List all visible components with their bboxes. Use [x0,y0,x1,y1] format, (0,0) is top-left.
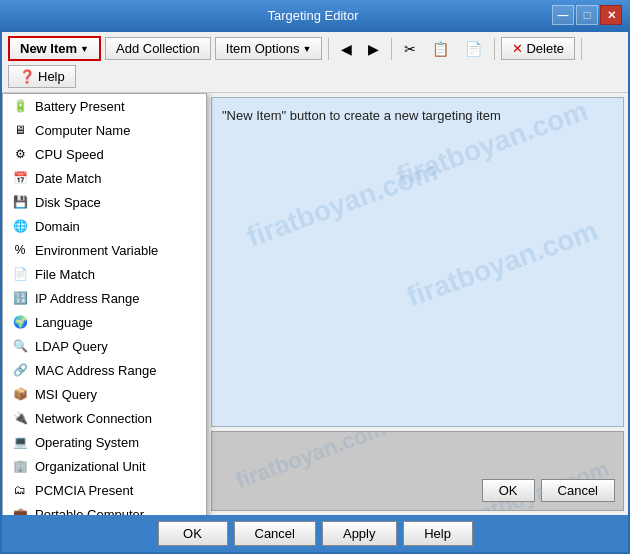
menu-item-date-match[interactable]: 📅Date Match [3,166,206,190]
menu-item-organizational-unit[interactable]: 🏢Organizational Unit [3,454,206,478]
paste-button[interactable]: 📄 [459,37,488,61]
item-options-arrow: ▼ [303,44,312,54]
title-bar: Targeting Editor — □ ✕ [0,0,630,30]
copy-button[interactable]: 📋 [426,37,455,61]
menu-item-label-disk-space: Disk Space [35,195,101,210]
menu-item-icon-file-match: 📄 [11,265,29,283]
menu-item-portable-computer[interactable]: 💼Portable Computer [3,502,206,515]
menu-item-icon-domain: 🌐 [11,217,29,235]
menu-item-icon-network-connection: 🔌 [11,409,29,427]
menu-item-icon-battery-present: 🔋 [11,97,29,115]
help-button[interactable]: ❓ Help [8,65,76,88]
new-item-arrow: ▼ [80,44,89,54]
menu-item-pcmcia-present[interactable]: 🗂PCMCIA Present [3,478,206,502]
help-icon: ❓ [19,69,35,84]
menu-item-file-match[interactable]: 📄File Match [3,262,206,286]
dialog-ok-button[interactable]: OK [482,479,535,502]
main-window: New Item ▼ Add Collection Item Options ▼… [0,30,630,554]
menu-item-icon-language: 🌍 [11,313,29,331]
menu-item-label-ip-address-range: IP Address Range [35,291,140,306]
help-bottom-button[interactable]: Help [403,521,473,546]
menu-item-ip-address-range[interactable]: 🔢IP Address Range [3,286,206,310]
menu-item-mac-address-range[interactable]: 🔗MAC Address Range [3,358,206,382]
menu-item-icon-date-match: 📅 [11,169,29,187]
delete-button[interactable]: ✕ Delete [501,37,575,60]
help-label: Help [38,69,65,84]
watermark-3: firatboyan.com [403,215,603,314]
item-options-button[interactable]: Item Options ▼ [215,37,323,60]
minimize-button[interactable]: — [552,5,574,25]
menu-item-label-ldap-query: LDAP Query [35,339,108,354]
toolbar-separator-3 [494,38,495,60]
menu-item-label-msi-query: MSI Query [35,387,97,402]
forward-button[interactable]: ▶ [362,37,385,61]
menu-item-label-pcmcia-present: PCMCIA Present [35,483,133,498]
watermark-4: firatboyan.com [232,431,389,494]
menu-item-computer-name[interactable]: 🖥Computer Name [3,118,206,142]
maximize-button[interactable]: □ [576,5,598,25]
toolbar-separator-4 [581,38,582,60]
menu-item-label-network-connection: Network Connection [35,411,152,426]
info-area: "New Item" button to create a new target… [211,97,624,427]
apply-button[interactable]: Apply [322,521,397,546]
menu-item-label-mac-address-range: MAC Address Range [35,363,156,378]
menu-item-label-operating-system: Operating System [35,435,139,450]
menu-item-label-language: Language [35,315,93,330]
menu-item-icon-cpu-speed: ⚙ [11,145,29,163]
window-title: Targeting Editor [74,8,552,23]
new-item-button[interactable]: New Item ▼ [8,36,101,61]
cancel-button[interactable]: Cancel [234,521,316,546]
menu-item-network-connection[interactable]: 🔌Network Connection [3,406,206,430]
menu-item-icon-pcmcia-present: 🗂 [11,481,29,499]
new-item-dropdown: 🔋Battery Present🖥Computer Name⚙CPU Speed… [2,93,207,515]
new-item-label: New Item [20,41,77,56]
menu-item-cpu-speed[interactable]: ⚙CPU Speed [3,142,206,166]
back-button[interactable]: ◀ [335,37,358,61]
window-controls: — □ ✕ [552,5,622,25]
menu-item-icon-disk-space: 💾 [11,193,29,211]
menu-item-label-cpu-speed: CPU Speed [35,147,104,162]
main-panel: "New Item" button to create a new target… [207,93,628,515]
toolbar-separator-2 [391,38,392,60]
add-collection-button[interactable]: Add Collection [105,37,211,60]
add-collection-label: Add Collection [116,41,200,56]
lower-area: firatboyan.com firatboyan.com OK Cancel [211,431,624,511]
menu-item-icon-organizational-unit: 🏢 [11,457,29,475]
menu-item-icon-mac-address-range: 🔗 [11,361,29,379]
info-text: "New Item" button to create a new target… [222,108,501,123]
ok-button[interactable]: OK [158,521,228,546]
cut-button[interactable]: ✂ [398,37,422,61]
watermark-2: firatboyan.com [243,155,443,254]
toolbar-separator-1 [328,38,329,60]
menu-item-language[interactable]: 🌍Language [3,310,206,334]
menu-item-disk-space[interactable]: 💾Disk Space [3,190,206,214]
dialog-ok-cancel: OK Cancel [482,479,615,502]
menu-item-label-organizational-unit: Organizational Unit [35,459,146,474]
menu-item-environment-variable[interactable]: %Environment Variable [3,238,206,262]
menu-item-operating-system[interactable]: 💻Operating System [3,430,206,454]
toolbar: New Item ▼ Add Collection Item Options ▼… [2,32,628,93]
menu-item-battery-present[interactable]: 🔋Battery Present [3,94,206,118]
content-area: 🔋Battery Present🖥Computer Name⚙CPU Speed… [2,93,628,515]
dialog-cancel-button[interactable]: Cancel [541,479,615,502]
menu-item-label-battery-present: Battery Present [35,99,125,114]
delete-label: Delete [526,41,564,56]
menu-item-label-environment-variable: Environment Variable [35,243,158,258]
close-button[interactable]: ✕ [600,5,622,25]
menu-item-icon-portable-computer: 💼 [11,505,29,515]
menu-item-icon-ldap-query: 🔍 [11,337,29,355]
menu-item-label-date-match: Date Match [35,171,101,186]
menu-item-icon-environment-variable: % [11,241,29,259]
menu-item-label-computer-name: Computer Name [35,123,130,138]
menu-item-icon-msi-query: 📦 [11,385,29,403]
menu-item-label-domain: Domain [35,219,80,234]
menu-item-domain[interactable]: 🌐Domain [3,214,206,238]
item-options-label: Item Options [226,41,300,56]
menu-item-icon-computer-name: 🖥 [11,121,29,139]
menu-item-label-portable-computer: Portable Computer [35,507,144,516]
menu-item-ldap-query[interactable]: 🔍LDAP Query [3,334,206,358]
menu-item-msi-query[interactable]: 📦MSI Query [3,382,206,406]
bottom-bar: OK Cancel Apply Help [2,515,628,552]
menu-item-icon-ip-address-range: 🔢 [11,289,29,307]
menu-item-icon-operating-system: 💻 [11,433,29,451]
